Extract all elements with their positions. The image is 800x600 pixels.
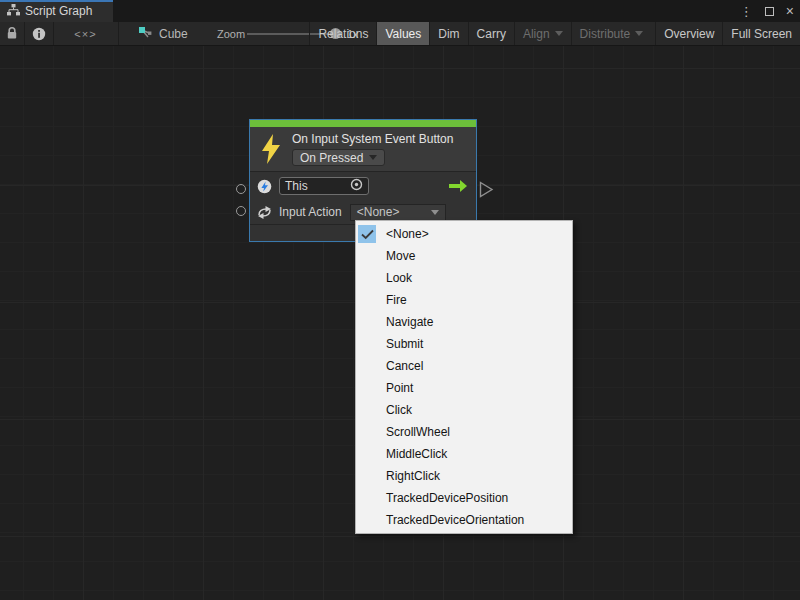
toolbar-button-overview[interactable]: Overview (655, 22, 722, 45)
check-spacer (358, 313, 376, 331)
this-value-field[interactable]: This (279, 177, 369, 195)
check-spacer (358, 269, 376, 287)
toolbar-button-label: Dim (438, 27, 459, 41)
value-port-this[interactable] (236, 184, 246, 194)
title-bar: Script Graph ⋮ × (0, 0, 800, 22)
maximize-icon[interactable] (765, 7, 774, 16)
toolbar-button-label: Relations (318, 27, 368, 41)
menu-item-submit[interactable]: Submit (356, 333, 572, 355)
event-type-dropdown[interactable]: On Pressed (292, 149, 385, 166)
toolbar-button-values[interactable]: Values (376, 22, 429, 45)
graph-asset-icon (138, 26, 153, 42)
menu-item-label: Cancel (386, 359, 423, 373)
graph-target-chip[interactable]: Cube (138, 22, 188, 45)
check-spacer (358, 489, 376, 507)
toolbar-button-distribute[interactable]: Distribute (571, 22, 652, 45)
check-spacer (358, 401, 376, 419)
menu-item-fire[interactable]: Fire (356, 289, 572, 311)
menu-item-navigate[interactable]: Navigate (356, 311, 572, 333)
menu-item-trackeddeviceorientation[interactable]: TrackedDeviceOrientation (356, 509, 572, 531)
input-action-dropdown[interactable]: <None> (350, 204, 446, 221)
menu-item-label: Move (386, 249, 415, 263)
menu-item-middleclick[interactable]: MiddleClick (356, 443, 572, 465)
toolbar-button-label: Carry (477, 27, 506, 41)
check-spacer (358, 247, 376, 265)
window-menu-icon[interactable]: ⋮ (740, 5, 753, 18)
menu-item-move[interactable]: Move (356, 245, 572, 267)
menu-item-label: Navigate (386, 315, 433, 329)
menu-item-rightclick[interactable]: RightClick (356, 465, 572, 487)
check-spacer (358, 357, 376, 375)
input-action-icon (257, 206, 272, 219)
graph-toolbar: <×> Cube Zoom 1x RelationsValuesDimCarry… (0, 22, 800, 46)
event-bolt-icon (250, 134, 292, 164)
node-title: On Input System Event Button (292, 132, 453, 146)
tab-script-graph[interactable]: Script Graph (0, 0, 113, 22)
toolbar-button-relations[interactable]: Relations (309, 22, 376, 45)
check-spacer (358, 379, 376, 397)
target-picker-icon[interactable] (350, 178, 363, 194)
this-value-text: This (285, 179, 308, 193)
graph-canvas[interactable]: On Input System Event Button On Pressed (0, 46, 800, 600)
menu-item-label: Look (386, 271, 412, 285)
menu-item-label: TrackedDeviceOrientation (386, 513, 524, 527)
zoom-label: Zoom (217, 22, 245, 45)
code-view-icon[interactable]: <×> (53, 22, 118, 45)
value-port-input-action[interactable] (236, 206, 246, 216)
close-icon[interactable]: × (786, 4, 794, 18)
toolbar-button-label: Overview (664, 27, 714, 41)
graph-target-label: Cube (159, 27, 188, 41)
menu-item-point[interactable]: Point (356, 377, 572, 399)
menu-item-label: Point (386, 381, 413, 395)
check-spacer (358, 445, 376, 463)
this-port-row: This (250, 172, 476, 200)
check-spacer (358, 467, 376, 485)
chevron-down-icon (369, 155, 377, 160)
toolbar-button-group: RelationsValuesDimCarryAlignDistributeOv… (309, 22, 800, 45)
menu-item-scrollwheel[interactable]: ScrollWheel (356, 421, 572, 443)
menu-item-label: MiddleClick (386, 447, 447, 461)
flow-port-triangle[interactable] (479, 181, 494, 201)
menu-item-label: Click (386, 403, 412, 417)
event-node-color-bar (250, 120, 476, 127)
toolbar-button-label: Values (385, 27, 421, 41)
check-spacer (358, 511, 376, 529)
gameobject-bolt-icon (257, 179, 272, 194)
tab-focus-accent (0, 0, 113, 2)
node-header[interactable]: On Input System Event Button On Pressed (250, 127, 476, 171)
input-action-menu: <None>MoveLookFireNavigateSubmitCancelPo… (355, 220, 573, 534)
menu-item-cancel[interactable]: Cancel (356, 355, 572, 377)
menu-item-look[interactable]: Look (356, 267, 572, 289)
input-action-label: Input Action (279, 205, 342, 219)
chevron-down-icon (431, 210, 439, 215)
check-spacer (358, 291, 376, 309)
toolbar-button-carry[interactable]: Carry (468, 22, 514, 45)
input-action-value: <None> (357, 205, 400, 219)
menu-item-click[interactable]: Click (356, 399, 572, 421)
toolbar-button-label: Full Screen (731, 27, 792, 41)
toolbar-button-align[interactable]: Align (514, 22, 571, 45)
menu-item-label: TrackedDevicePosition (386, 491, 508, 505)
script-graph-icon (7, 4, 20, 19)
tab-title: Script Graph (25, 4, 92, 18)
event-type-value: On Pressed (300, 151, 363, 165)
chevron-down-icon (555, 31, 563, 36)
script-graph-window: Script Graph ⋮ × <×> (0, 0, 800, 600)
menu-item-label: RightClick (386, 469, 440, 483)
check-spacer (358, 335, 376, 353)
menu-item-label: Fire (386, 293, 407, 307)
menu-item-label: <None> (386, 227, 429, 241)
info-icon[interactable] (24, 22, 53, 45)
lock-icon[interactable] (0, 22, 24, 45)
menu-item-trackeddeviceposition[interactable]: TrackedDevicePosition (356, 487, 572, 509)
menu-item-none[interactable]: <None> (356, 223, 572, 245)
toolbar-button-full-screen[interactable]: Full Screen (722, 22, 800, 45)
toolbar-button-dim[interactable]: Dim (429, 22, 467, 45)
check-spacer (358, 423, 376, 441)
flow-output-arrow-icon[interactable] (448, 179, 468, 193)
toolbar-button-label: Distribute (580, 27, 631, 41)
menu-item-label: ScrollWheel (386, 425, 450, 439)
checkmark-icon (358, 225, 376, 243)
chevron-down-icon (635, 31, 643, 36)
menu-item-label: Submit (386, 337, 423, 351)
